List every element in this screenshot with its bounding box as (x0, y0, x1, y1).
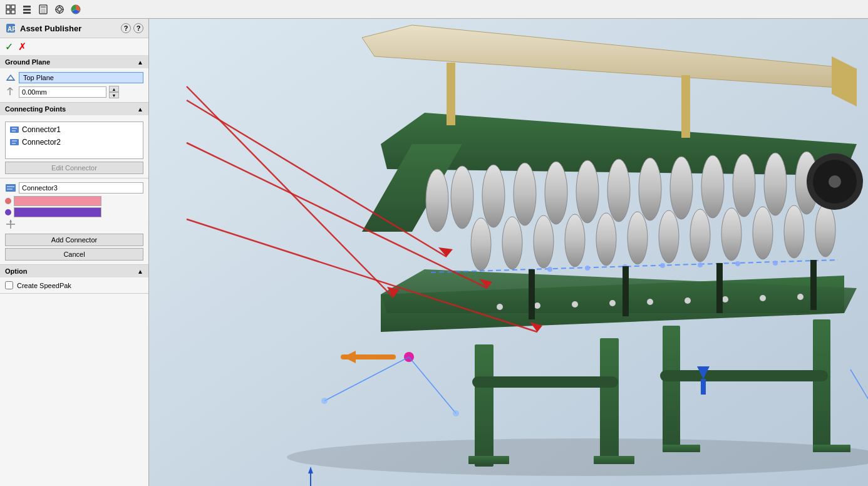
svg-rect-6 (23, 12, 31, 14)
left-panel: AP Asset Publisher ? ? ✓ ✗ Ground Plane … (0, 19, 149, 486)
cancel-icon[interactable]: ✗ (18, 41, 26, 53)
color-row-2 (5, 207, 143, 217)
color-swatch-1[interactable] (14, 196, 101, 206)
svg-marker-19 (7, 75, 14, 80)
option-section-title[interactable]: Option ▲ (0, 265, 148, 277)
svg-rect-104 (810, 260, 817, 310)
svg-point-99 (760, 295, 766, 301)
confirm-icon[interactable]: ✓ (5, 41, 13, 53)
svg-point-53 (451, 166, 473, 229)
svg-rect-41 (813, 445, 850, 452)
list-icon[interactable] (20, 3, 34, 16)
svg-point-60 (670, 157, 693, 219)
connector1-label: Connector1 (22, 125, 61, 134)
svg-point-91 (773, 261, 778, 266)
connector3-name-input[interactable] (19, 182, 143, 194)
offset-spinner[interactable]: ▲ ▼ (109, 86, 119, 98)
svg-point-71 (659, 210, 679, 263)
offset-row: ▲ ▼ (5, 86, 143, 98)
connector2-label: Connector2 (22, 138, 61, 147)
edit-connector-button[interactable]: Edit Connector (5, 162, 143, 174)
ground-plane-section-title[interactable]: Ground Plane ▲ (0, 56, 148, 68)
offset-input[interactable] (19, 86, 106, 98)
svg-rect-9 (41, 9, 45, 13)
connecting-points-content: Connector1 Connector2 Edit Connector (0, 115, 148, 178)
main-area: AP Asset Publisher ? ? ✓ ✗ Ground Plane … (0, 19, 868, 486)
conveyor-scene (149, 19, 868, 486)
svg-point-122 (453, 410, 459, 416)
option-section: Option ▲ Create SpeedPak (0, 265, 148, 294)
svg-point-96 (647, 299, 653, 305)
svg-rect-0 (6, 5, 10, 9)
svg-rect-30 (6, 184, 16, 192)
svg-point-94 (572, 301, 578, 308)
panel-title: Asset Publisher (20, 24, 81, 33)
connector1-item[interactable]: Connector1 (7, 123, 142, 136)
svg-rect-40 (813, 319, 830, 451)
svg-point-93 (534, 302, 540, 309)
plane-row: Top Plane (5, 72, 143, 83)
grid-icon[interactable] (4, 3, 18, 16)
svg-point-70 (628, 212, 648, 264)
svg-point-76 (815, 204, 835, 257)
svg-point-90 (735, 261, 740, 266)
svg-point-65 (471, 218, 491, 271)
connector1-icon (9, 125, 19, 135)
help-icon-2[interactable]: ? (133, 23, 143, 33)
color-dot-1 (5, 198, 11, 204)
svg-rect-103 (716, 263, 723, 313)
svg-rect-1 (11, 5, 15, 9)
color-swatch-2[interactable] (14, 207, 101, 217)
plane-input[interactable]: Top Plane (19, 72, 143, 83)
svg-point-85 (547, 267, 552, 272)
svg-point-72 (690, 209, 710, 262)
svg-point-83 (829, 175, 841, 188)
axis-row (5, 219, 143, 230)
svg-point-69 (596, 213, 616, 266)
svg-point-86 (585, 266, 590, 271)
svg-point-89 (698, 262, 703, 267)
svg-rect-45 (594, 456, 634, 464)
connector2-item[interactable]: Connector2 (7, 136, 142, 148)
cancel-button[interactable]: Cancel (5, 248, 143, 261)
svg-point-121 (321, 398, 328, 404)
spin-down[interactable]: ▼ (109, 92, 119, 98)
chart-icon[interactable] (69, 3, 83, 16)
asset-publisher-icon: AP (5, 23, 16, 34)
svg-point-63 (764, 153, 787, 215)
connecting-points-title[interactable]: Connecting Points ▲ (0, 103, 148, 115)
axis-icon (5, 219, 16, 230)
create-speedpak-row: Create SpeedPak (5, 281, 143, 289)
svg-marker-35 (9, 220, 12, 222)
option-label: Option (5, 267, 27, 275)
connecting-points-label: Connecting Points (5, 105, 66, 113)
svg-rect-24 (10, 127, 19, 133)
svg-rect-38 (663, 326, 680, 451)
svg-rect-3 (11, 10, 15, 14)
svg-point-97 (685, 297, 691, 304)
help-icon-1[interactable]: ? (121, 23, 131, 33)
svg-point-58 (607, 159, 630, 222)
save-icon[interactable] (36, 3, 50, 16)
connector-list-box: Connector1 Connector2 (5, 122, 143, 159)
svg-rect-79 (447, 63, 455, 125)
ground-plane-content: Top Plane ▲ ▼ (0, 68, 148, 102)
svg-rect-5 (23, 9, 31, 11)
svg-rect-4 (23, 6, 31, 8)
add-connector-button[interactable]: Add Connector (5, 234, 143, 246)
new-connector-section: Add Connector Cancel (0, 178, 148, 265)
svg-rect-127 (701, 379, 706, 395)
spin-up[interactable]: ▲ (109, 86, 119, 92)
svg-rect-27 (10, 139, 19, 145)
svg-rect-102 (623, 266, 629, 316)
option-content: Create SpeedPak (0, 277, 148, 293)
plane-selector-icon[interactable] (5, 72, 16, 83)
svg-point-74 (753, 207, 773, 259)
panel-header: AP Asset Publisher ? ? (0, 19, 148, 38)
target-icon[interactable] (53, 3, 66, 16)
connecting-points-section: Connecting Points ▲ Connector1 Connector… (0, 103, 148, 178)
panel-header-icons: ? ? (121, 23, 143, 33)
viewport[interactable]: spar Conveyor (Default) (149, 19, 868, 486)
color-row-1 (5, 196, 143, 206)
create-speedpak-checkbox[interactable] (5, 281, 13, 289)
